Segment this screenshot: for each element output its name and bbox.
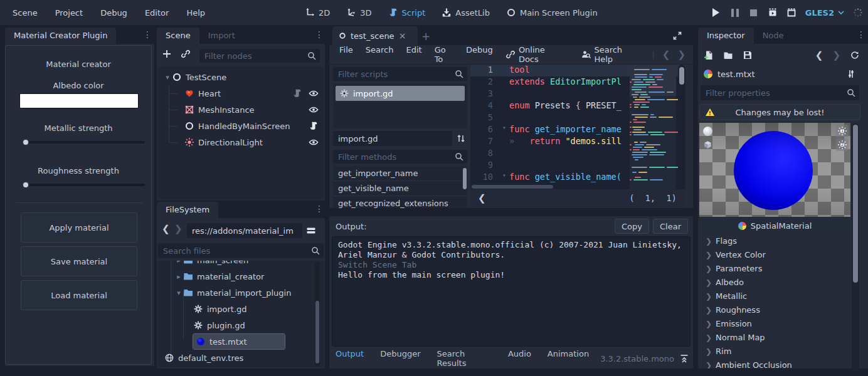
preview-sphere-toggle[interactable] (701, 125, 714, 137)
preview-cube-toggle[interactable] (701, 138, 714, 151)
script-name-field[interactable] (333, 131, 452, 146)
inspector-dock-menu-icon[interactable]: ⋮ (857, 29, 865, 39)
workspace-main-screen-plugin[interactable]: Main Screen Plugin (501, 5, 603, 20)
property-flags[interactable]: ❯Flags (699, 234, 850, 248)
tab-filesystem[interactable]: FileSystem (157, 202, 218, 218)
property-vertex-color[interactable]: ❯Vertex Color (699, 248, 850, 262)
fs-item-test-mtxt[interactable]: test.mtxt (158, 333, 324, 350)
bottom-tab-audio[interactable]: Audio (502, 347, 537, 370)
fold-arrow-icon[interactable]: ▾ (499, 124, 509, 136)
history-icon[interactable] (850, 50, 860, 60)
copy-button[interactable]: Copy (615, 219, 649, 234)
bottom-tab-debugger[interactable]: Debugger (374, 347, 426, 370)
tab-material-creator-plugin[interactable]: Material Creator Plugin (5, 28, 116, 44)
play-custom-scene-button[interactable] (786, 8, 797, 18)
script-menu-edit[interactable]: Edit (400, 43, 428, 66)
fs-item-main_screen[interactable]: ▸main_screen (158, 261, 324, 268)
script-icon[interactable] (292, 88, 302, 98)
output-log[interactable]: Godot Engine v3.3.2.stable.mono.official… (332, 236, 691, 347)
link-online-docs[interactable]: Online Docs (499, 43, 573, 66)
menu-project[interactable]: Project (48, 6, 90, 20)
fold-arrow-icon[interactable]: ▾ (499, 172, 509, 184)
fs-item-material_creator[interactable]: ▸material_creator (158, 268, 324, 285)
visibility-eye-icon[interactable] (309, 105, 319, 115)
history-back-icon[interactable]: ❮ (662, 49, 670, 60)
method-get_recognized_extensions[interactable]: get_recognized_extensions (333, 196, 467, 208)
inspector-forward-icon[interactable]: ❯ (832, 50, 840, 61)
fs-item-material_import_plugin[interactable]: ▾material_import_plugin (158, 285, 324, 301)
pause-button[interactable] (730, 8, 740, 18)
stop-button[interactable] (749, 8, 759, 18)
code-minimap[interactable] (630, 65, 676, 189)
new-resource-icon[interactable] (704, 50, 714, 60)
script-menu-search[interactable]: Search (359, 43, 400, 66)
search-files-input[interactable] (158, 243, 324, 258)
expand-bottom-panel-icon[interactable] (679, 353, 689, 363)
metallic-slider[interactable] (23, 141, 145, 144)
preview-light-1-toggle[interactable]: 1 (836, 125, 849, 137)
instance-scene-icon[interactable] (181, 49, 191, 59)
changes-warning[interactable]: Changes may be lost! (699, 104, 860, 120)
property-roughness[interactable]: ❯Roughness (699, 303, 850, 317)
script-list-item-import-gd[interactable]: import.gd (333, 86, 467, 101)
property-metallic[interactable]: ❯Metallic (699, 290, 850, 303)
property-rim[interactable]: ❯Rim (699, 345, 850, 358)
property-albedo[interactable]: ❯Albedo (699, 276, 850, 290)
button-load-material[interactable]: Load material (21, 280, 137, 310)
roughness-slider-grabber[interactable] (22, 181, 29, 189)
bottom-tab-search-results[interactable]: Search Results (431, 347, 498, 370)
resource-row[interactable]: test.mtxt (698, 65, 862, 83)
clear-button[interactable]: Clear (653, 219, 688, 234)
fs-item-import-gd[interactable]: import.gd (158, 301, 324, 317)
menu-editor[interactable]: Editor (137, 6, 176, 20)
script-icon[interactable] (309, 121, 319, 131)
fs-item-plugin-gd[interactable]: plugin.gd (158, 317, 324, 333)
menu-scene[interactable]: Scene (5, 6, 45, 20)
fs-scrollbar[interactable] (315, 262, 320, 366)
script-menu-go-to[interactable]: Go To (428, 43, 460, 66)
bottom-tab-output[interactable]: Output (329, 347, 370, 370)
scene-node-testscene[interactable]: ▾TestScene (158, 69, 324, 85)
roughness-slider[interactable] (23, 184, 145, 186)
collapse-arrow[interactable]: ▾ (174, 289, 183, 297)
workspace-script[interactable]: Script (383, 5, 431, 20)
code-hscrollbar[interactable] (470, 184, 630, 189)
close-tab-icon[interactable]: × (399, 31, 406, 41)
scene-dock-menu-icon[interactable]: ⋮ (315, 29, 324, 39)
new-tab-icon[interactable]: + (421, 30, 430, 43)
property-normal-map[interactable]: ❯Normal Map (699, 331, 850, 345)
filter-properties-input[interactable] (701, 85, 859, 100)
method-get_visible_name[interactable]: get_visible_name (333, 181, 467, 196)
visibility-eye-icon[interactable] (309, 88, 319, 98)
metallic-slider-grabber[interactable] (22, 138, 29, 146)
filter-scripts-input[interactable] (333, 67, 467, 81)
code-editor[interactable]: 1tool2extends EditorImportPl34enum Prese… (470, 65, 685, 189)
fs-item-default_env-tres[interactable]: default_env.tres (158, 350, 324, 366)
resource-tools-icon[interactable] (846, 69, 856, 79)
expand-editor-icon[interactable] (672, 31, 682, 41)
collapse-arrow[interactable]: ▸ (174, 273, 183, 281)
inspector-scrollbar[interactable] (852, 123, 859, 371)
inspector-back-icon[interactable]: ❮ (815, 50, 823, 61)
filter-methods-input[interactable] (333, 150, 467, 164)
filesystem-dock-menu-icon[interactable]: ⋮ (315, 204, 324, 214)
scene-node-heart[interactable]: Heart (158, 85, 324, 102)
collapse-arrow[interactable]: ▾ (163, 73, 172, 81)
tab-node[interactable]: Node (754, 28, 793, 44)
albedo-color-picker[interactable] (19, 93, 139, 108)
load-resource-icon[interactable] (723, 50, 733, 60)
script-menu-debug[interactable]: Debug (460, 43, 499, 66)
scene-node-handledbymainscreen[interactable]: HandledByMainScreen (158, 118, 324, 134)
add-node-icon[interactable] (162, 49, 172, 59)
sort-methods-icon[interactable] (456, 133, 466, 144)
workspace-2d[interactable]: 2D (300, 5, 335, 20)
dock-menu-icon[interactable]: ⋮ (143, 29, 152, 39)
fs-path-field[interactable] (187, 223, 302, 238)
collapse-arrow[interactable]: ▸ (174, 261, 183, 264)
play-scene-button[interactable] (768, 8, 778, 18)
tab-import[interactable]: Import (199, 28, 244, 44)
button-apply-material[interactable]: Apply material (21, 212, 137, 243)
play-button[interactable] (711, 8, 721, 18)
method-list-scrollbar[interactable] (463, 168, 467, 189)
menu-debug[interactable]: Debug (93, 6, 135, 20)
